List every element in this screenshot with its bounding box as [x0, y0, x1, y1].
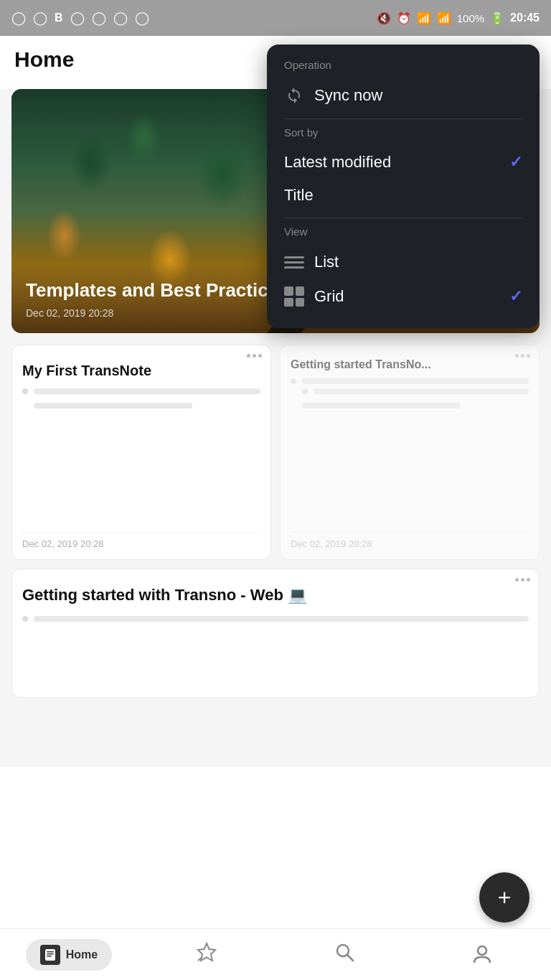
home-nav-container[interactable]: Home: [26, 939, 112, 971]
note-card-title-2: Getting started TransNo...: [291, 358, 529, 371]
bullet-line-2: [291, 378, 529, 384]
nav-home-item[interactable]: Home: [0, 939, 138, 971]
grid-icon: [284, 286, 304, 307]
divider-2: [284, 218, 522, 218]
video-icon: ◯: [113, 10, 128, 26]
list-icon: [284, 252, 304, 272]
note-card-menu-button-2[interactable]: [515, 354, 530, 358]
profile-icon: [471, 943, 493, 967]
svg-rect-2: [47, 953, 54, 955]
sync-now-item[interactable]: Sync now: [284, 78, 522, 113]
svg-rect-0: [45, 949, 55, 961]
bullet-line-1: [22, 388, 260, 394]
svg-rect-3: [47, 956, 52, 957]
instagram-icon: ◯: [11, 10, 26, 26]
note-card-second[interactable]: Getting started TransNo...: [280, 345, 540, 560]
sync-icon: [284, 85, 304, 106]
sort-by-section-label: Sort by: [284, 126, 522, 139]
note-card-title-1: My First TransNote: [22, 361, 260, 380]
svg-point-8: [478, 946, 486, 955]
cards-grid: My First TransNote Dec 02, 2019 20:28: [11, 345, 540, 560]
view-section-label: View: [284, 225, 522, 238]
latest-modified-label: Latest modified: [284, 153, 391, 172]
b-icon: B: [55, 11, 63, 24]
search-icon: [334, 941, 355, 968]
fab-plus-icon: +: [498, 886, 512, 909]
content-line-2: [34, 403, 192, 409]
note-card-menu-button-1[interactable]: [247, 354, 262, 358]
latest-modified-item[interactable]: Latest modified ✓: [284, 146, 522, 179]
signal-icon: 📶: [437, 11, 451, 25]
content-line-5: [302, 403, 461, 409]
bottom-card[interactable]: Getting started with Transno - Web 💻: [11, 569, 540, 698]
svg-rect-1: [47, 951, 54, 953]
note-card-date-1: Dec 02, 2019 20:28: [22, 532, 260, 549]
grid-view-label: Grid: [314, 287, 344, 306]
battery-icon: 🔋: [490, 11, 504, 25]
mute-icon: 🔇: [377, 11, 391, 25]
sync-now-label: Sync now: [314, 86, 382, 105]
home-notebook-icon: [40, 945, 60, 965]
latest-modified-check: ✓: [509, 153, 522, 172]
add-note-fab[interactable]: +: [479, 872, 529, 923]
nav-profile-item[interactable]: [413, 943, 551, 967]
grid-view-check: ✓: [509, 287, 522, 306]
nav-favorites-item[interactable]: [138, 941, 276, 968]
bottom-navigation: Home: [0, 928, 551, 980]
note-card-content-1: [22, 388, 260, 523]
bottom-card-title: Getting started with Transno - Web 💻: [22, 585, 529, 606]
dropdown-menu: Operation Sync now Sort by Latest modifi…: [267, 45, 540, 328]
svg-line-7: [347, 955, 353, 961]
home-nav-label: Home: [66, 948, 98, 961]
list-view-label: List: [314, 253, 339, 271]
badge-icon: ◯: [135, 10, 149, 26]
image-icon: ◯: [70, 10, 85, 26]
bottom-card-menu-button[interactable]: [515, 578, 530, 582]
grid-view-item[interactable]: Grid ✓: [284, 279, 522, 314]
operation-section-label: Operation: [284, 59, 522, 71]
status-bar-left: ◯ ◯ B ◯ ◯ ◯ ◯: [11, 10, 149, 26]
facebook-icon: ◯: [33, 10, 47, 26]
note-card-date-2: Dec 02, 2019 20:28: [291, 532, 529, 549]
bottom-card-content: [22, 616, 529, 622]
status-bar-right: 🔇 ⏰ 📶 📶 100% 🔋 20:45: [377, 11, 540, 25]
wifi-icon: 📶: [417, 11, 431, 25]
divider-1: [284, 118, 522, 119]
status-bar: ◯ ◯ B ◯ ◯ ◯ ◯ 🔇 ⏰ 📶 📶 100% 🔋 20:45: [0, 0, 551, 36]
list-view-item[interactable]: List: [284, 245, 522, 279]
battery-label: 100%: [457, 12, 484, 24]
title-sort-item[interactable]: Title: [284, 179, 522, 212]
time-label: 20:45: [510, 11, 540, 24]
note-card-first-transnote[interactable]: My First TransNote Dec 02, 2019 20:28: [11, 345, 271, 560]
nav-search-item[interactable]: [276, 941, 413, 968]
note-card-content-2: [291, 378, 529, 523]
shield-icon: ◯: [92, 10, 106, 26]
alarm-icon: ⏰: [397, 11, 411, 25]
favorites-star-icon: [196, 941, 217, 968]
title-sort-label: Title: [284, 186, 314, 205]
page-title: Home: [14, 47, 74, 72]
